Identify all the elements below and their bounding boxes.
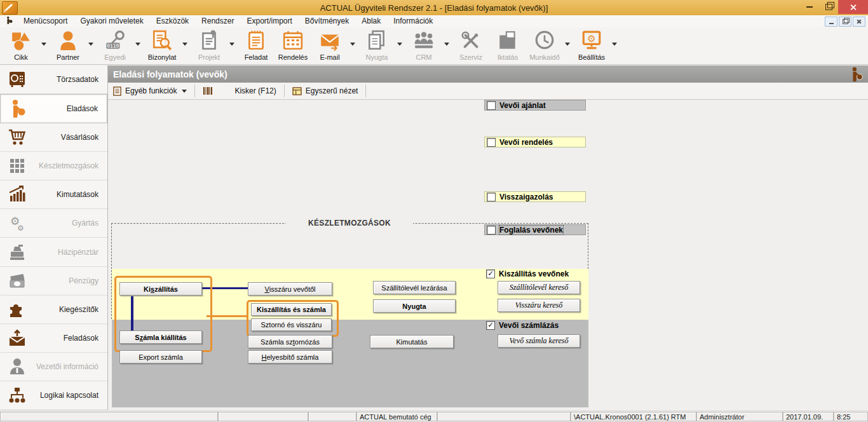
- sidebar-item-vasarlasok[interactable]: Vásárlások: [0, 123, 107, 152]
- menu-item-rendszer[interactable]: Rendszer: [195, 15, 240, 27]
- vevoi-ajanlat-checkbox[interactable]: [487, 101, 496, 110]
- status-segment-empty2: [218, 412, 308, 421]
- visszaigazolas-checkbox[interactable]: [487, 193, 496, 201]
- toolbar-projekt-button: Projekt: [191, 29, 227, 64]
- export-szamla-button[interactable]: Export számla: [119, 350, 202, 364]
- menu-item-export-import[interactable]: Export/import: [240, 15, 298, 27]
- helyesbito-szamla-button[interactable]: Helyesbítő számla: [248, 350, 332, 364]
- toolbar-partner-button[interactable]: Partner: [50, 29, 86, 64]
- sidebar-item-eladasok[interactable]: Eladások: [0, 94, 107, 123]
- restore-button[interactable]: [819, 0, 838, 14]
- gears-icon: ⚙⚙: [6, 214, 28, 233]
- status-bar: ACTUAL bemutató cég \ACTUAL.Kronos0001 (…: [0, 411, 868, 422]
- main-toolbar: Cikk Partner 0110 Egyedi Bizonylat Proje…: [0, 27, 868, 65]
- status-server: \ACTUAL.Kronos0001 (2.1.61) RTM: [571, 412, 696, 421]
- checkbox-row-kiszallitas-vevonek[interactable]: ✓ Kiszállítás vevőnek: [484, 269, 586, 280]
- szallitolevel-lezarasa-button[interactable]: Szállítólevél lezárása: [373, 281, 456, 294]
- page-title: Eladási folyamatok (vevők): [108, 69, 227, 79]
- cikk-dropdown-icon[interactable]: [41, 43, 46, 46]
- toolbar-beallitas-button[interactable]: ⚙ Beállítás: [573, 29, 610, 64]
- tools-icon: [460, 29, 482, 53]
- szallitolevel-kereso-button[interactable]: Szállítólevél kereső: [498, 281, 580, 294]
- egyeb-funkciok-button[interactable]: Egyéb funkciók: [108, 84, 192, 98]
- sidebar-item-kiegeszitok[interactable]: Kiegészítők: [0, 296, 107, 324]
- partner-dropdown-icon[interactable]: [88, 43, 93, 46]
- visszaru-vevotol-button[interactable]: Visszáru vevőtől: [248, 282, 332, 296]
- mdi-restore-button[interactable]: [839, 17, 851, 27]
- status-date: 2017.01.09.: [783, 412, 834, 421]
- module-system-icon[interactable]: [5, 16, 13, 27]
- mdi-close-button[interactable]: [853, 17, 865, 27]
- status-time: 8:25: [834, 412, 868, 421]
- menu-bar: Menücsoport Gyakori műveletek Eszközök R…: [0, 15, 868, 28]
- nyugta-dropdown-icon[interactable]: [397, 43, 402, 46]
- menu-item-bovitmenyek[interactable]: Bővítmények: [299, 15, 355, 27]
- salesperson-icon: [7, 99, 29, 118]
- menu-item-gyakori-muveletek[interactable]: Gyakori műveletek: [74, 15, 149, 27]
- sidebar-item-hazipenztar: Házipénztár: [0, 238, 107, 266]
- sidebar-item-feladasok[interactable]: Feladások: [0, 324, 107, 353]
- minimize-button[interactable]: [800, 0, 819, 14]
- mdi-minimize-button[interactable]: [825, 17, 837, 27]
- highlight-connector: [207, 315, 248, 317]
- document-search-icon: [151, 29, 173, 53]
- szamla-sztornozas-button[interactable]: Számla sztornózás: [248, 335, 332, 348]
- svg-text:0110: 0110: [107, 43, 119, 49]
- email-dropdown-icon[interactable]: [350, 43, 355, 46]
- org-tree-icon: [6, 386, 28, 405]
- status-user: Adminisztrátor: [696, 412, 783, 421]
- title-bar: ACTUAL Ügyviteli Rendszer 2.1 - [Eladási…: [0, 0, 868, 15]
- vevoi-rendeles-checkbox[interactable]: [487, 138, 496, 147]
- toolbar-bizonylat-button[interactable]: Bizonylat: [144, 29, 180, 64]
- person-icon: [6, 357, 28, 376]
- close-button[interactable]: [838, 0, 868, 14]
- process-flow-canvas: KÉSZLETMOZGÁSOK Vevői ajánlat Vevői rend…: [108, 100, 868, 410]
- checkbox-row-vevoi-szamlazas[interactable]: ✓ Vevői számlázás: [484, 320, 586, 331]
- kiszallitas-es-szamla-button[interactable]: Kiszállítás és számla: [251, 303, 332, 316]
- document-pin-icon: [198, 29, 220, 53]
- kiszallitas-button[interactable]: Kiszállítás: [119, 282, 202, 296]
- menu-item-eszkozok[interactable]: Eszközök: [150, 15, 195, 27]
- egyszeru-nezet-button[interactable]: Egyszerű nézet: [287, 84, 363, 98]
- status-segment-empty3: [308, 412, 356, 421]
- bizonylat-dropdown-icon[interactable]: [182, 43, 187, 46]
- egyedi-dropdown-icon[interactable]: [135, 43, 140, 46]
- sidebar-item-kimutatasok[interactable]: Kimutatások: [0, 180, 107, 209]
- chart-icon: [6, 185, 28, 204]
- money-icon: [6, 271, 28, 290]
- sztorno-es-visszaru-button[interactable]: Sztornó és visszáru: [251, 318, 332, 331]
- menu-item-ablak[interactable]: Ablak: [355, 15, 387, 27]
- visszaru-kereso-button[interactable]: Visszáru kereső: [498, 299, 580, 312]
- foglalas-vevonek-checkbox[interactable]: [487, 226, 496, 235]
- checkbox-row-vevoi-rendeles[interactable]: Vevői rendelés: [484, 137, 586, 147]
- crm-dropdown-icon[interactable]: [444, 43, 449, 46]
- menu-item-informaciok[interactable]: Információk: [387, 15, 439, 27]
- vevoi-szamlazas-checkbox[interactable]: ✓: [486, 321, 495, 330]
- kisker-button[interactable]: Kisker (F12): [198, 84, 281, 98]
- toolbar-iktatas-button: Iktatás: [489, 29, 526, 64]
- toolbar-rendeles-button[interactable]: Rendelés: [275, 29, 311, 64]
- nyugta-button[interactable]: Nyugta: [373, 299, 456, 313]
- cikk-icon: [10, 29, 32, 53]
- toolbar-cikk-button[interactable]: Cikk: [3, 29, 39, 64]
- checkbox-row-visszaigazolas[interactable]: Visszaigazolás: [484, 191, 586, 202]
- kiszallitas-vevonek-checkbox[interactable]: ✓: [486, 269, 495, 278]
- puzzle-icon: [6, 300, 28, 319]
- monitor-gear-icon: ⚙: [581, 29, 602, 53]
- checkbox-row-foglalas-vevonek[interactable]: Foglalás vevőnek: [484, 224, 586, 235]
- munkaido-dropdown-icon[interactable]: [565, 43, 570, 46]
- vevo-szamla-kereso-button[interactable]: Vevő számla kereső: [498, 334, 580, 348]
- sidebar-item-torzsadatok[interactable]: Törzsadatok: [0, 65, 107, 94]
- kimutatas-button[interactable]: Kimutatás: [370, 335, 454, 348]
- barcode-icon: [203, 86, 213, 95]
- toolbar-feladat-button[interactable]: Feladat: [238, 29, 275, 64]
- projekt-dropdown-icon[interactable]: [229, 43, 234, 46]
- people-icon: [413, 29, 435, 53]
- szamla-kiallitas-button[interactable]: Számla kiállítás: [119, 330, 202, 344]
- beallitas-dropdown-icon[interactable]: [612, 43, 617, 46]
- toolbar-email-button[interactable]: E-mail: [311, 29, 348, 64]
- sidebar-item-logikai-kapcsolat[interactable]: Logikai kapcsolat: [0, 381, 107, 410]
- sidebar: Törzsadatok Eladások Vásárlások Készletm…: [0, 65, 108, 410]
- checkbox-row-vevoi-ajanlat[interactable]: Vevői ajánlat: [484, 100, 586, 111]
- menu-item-menucsoport[interactable]: Menücsoport: [17, 15, 74, 27]
